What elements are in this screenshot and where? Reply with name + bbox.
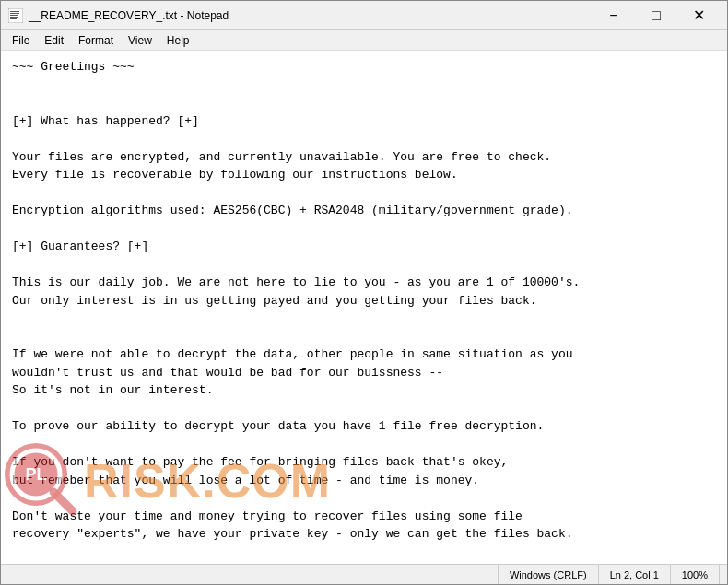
window-title: __README_RECOVERY_.txt - Notepad xyxy=(29,9,593,22)
app-icon xyxy=(8,8,23,23)
title-bar: __README_RECOVERY_.txt - Notepad − □ ✕ xyxy=(1,1,727,30)
menu-bar: File Edit Format View Help xyxy=(1,30,727,51)
close-button[interactable]: ✕ xyxy=(677,1,720,30)
status-zoom: 100% xyxy=(671,565,720,584)
text-content[interactable]: ~~~ Greetings ~~~ [+] What has happened?… xyxy=(1,51,727,564)
svg-rect-2 xyxy=(10,13,19,14)
status-encoding: Windows (CRLF) xyxy=(499,565,599,584)
editor-area: ~~~ Greetings ~~~ [+] What has happened?… xyxy=(1,51,727,564)
status-blank xyxy=(8,565,499,584)
menu-edit[interactable]: Edit xyxy=(37,32,71,49)
window-controls: − □ ✕ xyxy=(593,1,720,30)
maximize-button[interactable]: □ xyxy=(635,1,677,30)
status-bar: Windows (CRLF) Ln 2, Col 1 100% xyxy=(1,564,727,584)
svg-rect-1 xyxy=(10,11,19,12)
minimize-button[interactable]: − xyxy=(593,1,635,30)
menu-file[interactable]: File xyxy=(5,32,37,49)
svg-rect-5 xyxy=(10,18,17,19)
notepad-window: __README_RECOVERY_.txt - Notepad − □ ✕ F… xyxy=(0,0,728,585)
status-line-info: Ln 2, Col 1 xyxy=(599,565,671,584)
menu-view[interactable]: View xyxy=(121,32,159,49)
menu-help[interactable]: Help xyxy=(159,32,197,49)
svg-rect-3 xyxy=(10,15,18,16)
svg-rect-4 xyxy=(10,17,18,18)
menu-format[interactable]: Format xyxy=(71,32,121,49)
